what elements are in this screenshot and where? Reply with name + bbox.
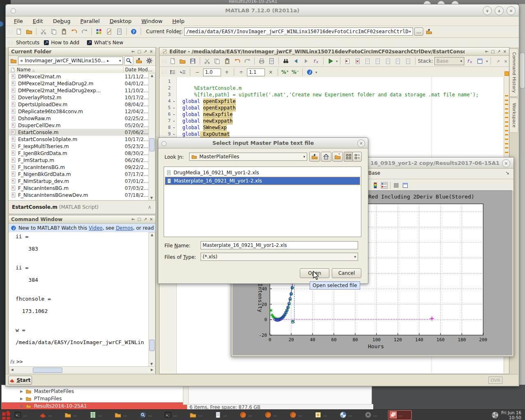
chevron-down-icon[interactable]: ▾ [303, 155, 305, 159]
new-file-icon[interactable] [168, 57, 177, 66]
code-line[interactable]: 4- global openExpfile [160, 98, 504, 105]
cut-icon[interactable] [203, 57, 212, 66]
taskbar-button-toolblue[interactable]: ... [138, 411, 161, 420]
file-row[interactable]: DMPexcel2mat_MediaDrug2.m04/01/2... [9, 80, 148, 87]
file-row[interactable]: F_NIgenBkGrdData.m07/17/2... [9, 171, 148, 178]
legend-icon[interactable] [380, 181, 389, 190]
browse-folder-button[interactable]: ... [414, 27, 423, 36]
infobar-link[interactable]: Demos [116, 225, 133, 231]
chevron-down-icon[interactable]: ▾ [119, 59, 121, 63]
maximize-panel-icon[interactable]: □ [491, 49, 495, 54]
print-icon[interactable] [257, 57, 266, 66]
taskbar-button-firefox[interactable]: ... [288, 411, 311, 420]
file-row[interactable]: DMPexcel2mat.m11/11/2... [9, 73, 148, 80]
code-line[interactable]: 9- global ExpOutmat [160, 131, 504, 137]
shortcut-how-to-add[interactable]: How to Add [51, 40, 79, 46]
shortcut-whats-new[interactable]: What's New [94, 40, 123, 46]
fx-icon[interactable]: fx [10, 359, 14, 365]
taskbar-button-browser[interactable]: ... [338, 411, 361, 420]
file-row[interactable]: F_IexpMultiTseries.m05/23/2... [9, 143, 148, 150]
file-row[interactable]: F_ImStartup.m06/26/2... [9, 157, 148, 164]
menu-item-edit[interactable]: Edit [33, 18, 43, 24]
taskbar-button-terminal[interactable]: >_... [13, 411, 36, 420]
expand-arrow-icon[interactable]: ▶ [20, 404, 23, 408]
undock-icon[interactable]: ↗ [497, 49, 500, 54]
multiply-value-button[interactable]: × [266, 68, 275, 77]
figure-palette-icon[interactable] [392, 181, 401, 190]
annotation-summary-icon[interactable] [504, 71, 509, 76]
maximize-panel-icon[interactable]: □ [137, 217, 141, 221]
dock-icon[interactable]: ⇤ [485, 49, 488, 54]
copy-button[interactable] [49, 27, 58, 36]
profiler-icon[interactable] [115, 27, 124, 36]
annotation-mark[interactable] [505, 108, 508, 110]
scroll-up-arrow[interactable]: ▲ [149, 73, 155, 78]
cell-value-input[interactable]: 1.0 [203, 68, 221, 76]
figure-close-button[interactable]: × [502, 159, 510, 167]
annotation-mark[interactable] [505, 143, 508, 144]
file-list-scrollbar[interactable]: ▲ ▼ [148, 73, 155, 201]
file-row[interactable]: F_NImStartup_dev.m07/01/2... [9, 178, 148, 185]
home-button[interactable] [321, 152, 331, 162]
scroll-left-arrow[interactable]: ◀ [9, 368, 15, 372]
copy-icon[interactable] [212, 57, 221, 66]
annotation-mark[interactable] [505, 121, 508, 123]
annotation-mark[interactable] [505, 95, 508, 96]
close-panel-icon[interactable]: × [503, 49, 507, 54]
command-window-header[interactable]: Command Window ⇤ □ ↗ × [9, 215, 155, 224]
file-row[interactable]: DoverlayPlots2.m10/17/2... [9, 94, 148, 101]
exec-marker[interactable]: - [171, 111, 176, 118]
file-row[interactable]: EstartConsole10plate.m10/17/2... [9, 136, 148, 143]
annotation-mark[interactable] [505, 147, 508, 148]
menu-item-debug[interactable]: Debug [53, 18, 71, 24]
cell-multiplier-input[interactable]: 1.1 [247, 68, 265, 76]
decrease-value-button[interactable]: − [193, 68, 202, 77]
code-line[interactable]: 3 %[file,path] = uiputfile('.mat','Creat… [160, 91, 504, 98]
step-icon[interactable] [363, 57, 372, 66]
annotation-mark[interactable] [505, 134, 508, 135]
open-file-icon[interactable] [178, 57, 187, 66]
set-breakpoint-icon[interactable] [343, 57, 352, 66]
taskbar-button-spreadsheet[interactable]: ... [88, 411, 111, 420]
file-row[interactable]: F_IscanIntensBG.m09/22/2... [9, 164, 148, 171]
stack-combo[interactable]: Base▾ [434, 57, 464, 65]
taskbar-button-folder[interactable]: ... [188, 411, 211, 420]
scrollbar-thumb[interactable] [149, 138, 155, 151]
close-panel-icon[interactable]: × [150, 217, 153, 221]
exit-debug-icon[interactable] [404, 57, 413, 66]
paste-icon[interactable] [223, 57, 232, 66]
window-menu-icon[interactable] [11, 8, 16, 14]
redo-icon[interactable] [243, 57, 252, 66]
help-button[interactable]: ? [129, 27, 138, 36]
list-view-button[interactable] [352, 152, 362, 162]
dock-figure-icon[interactable]: ↘ [505, 170, 509, 176]
increase-value-button[interactable]: + [222, 68, 231, 77]
taskbar-button-document[interactable]: ... [213, 411, 236, 420]
step-in-icon[interactable] [373, 57, 382, 66]
tab-command-history[interactable]: Command History [510, 48, 518, 97]
file-row[interactable]: F_NIscanIntensBG.m07/03/2... [9, 185, 148, 192]
cut-button[interactable] [39, 27, 48, 36]
background-scrollbar-thumb[interactable] [519, 52, 525, 89]
file-detail-footer[interactable]: EstartConsole.m (MATLAB Script) ∧ [9, 200, 155, 213]
taskbar-button-firefox[interactable]: ... [238, 411, 261, 420]
print-preview-icon[interactable] [267, 57, 276, 66]
exec-marker[interactable] [171, 78, 176, 85]
file-row[interactable]: DReplicate96to384conv.m12/04/2... [9, 108, 148, 115]
undock-editor-icon[interactable]: ↗ [496, 59, 500, 64]
code-line[interactable]: 1 [160, 78, 504, 85]
close-button[interactable]: × [507, 6, 516, 15]
taskbar-button-matlab[interactable]: ... [38, 411, 61, 420]
date-column[interactable]: Date Mod... [123, 67, 155, 73]
code-line[interactable]: 6- global newExpfile [160, 111, 504, 118]
current-folder-header[interactable]: Current Folder ⇤ □ ↗ × [9, 48, 155, 56]
tab-workspace[interactable]: Workspace [510, 98, 518, 133]
close-editor-icon[interactable]: × [504, 59, 507, 64]
command-v-scrollbar[interactable]: ▲ ▼ [148, 232, 155, 367]
file-row[interactable]: F_NIscanIntensBGnewDev.m07/18/2... [9, 192, 148, 199]
undock-icon[interactable]: ↗ [144, 49, 147, 54]
file-row[interactable]: DpertsUploadDev.m08/04/2... [9, 101, 148, 108]
go-back-icon[interactable] [292, 57, 301, 66]
undo-icon[interactable] [233, 57, 242, 66]
split-dropdown-icon[interactable]: ▾ [486, 59, 488, 63]
